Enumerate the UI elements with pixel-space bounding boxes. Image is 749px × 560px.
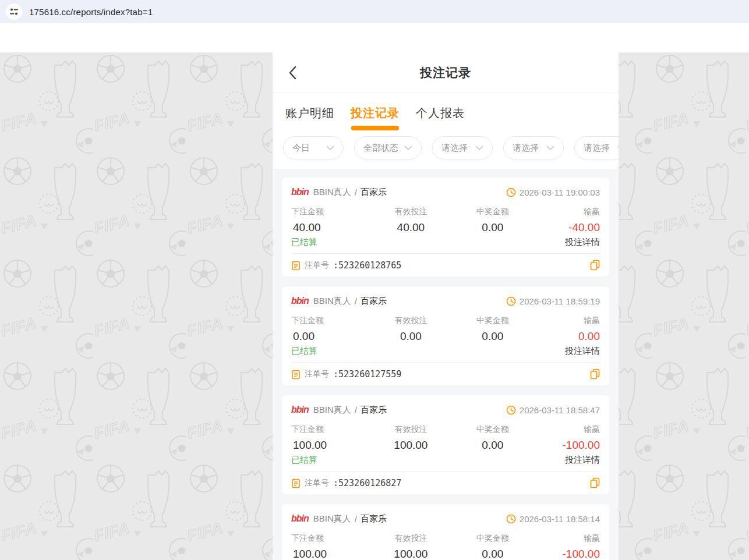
status-badge: 已结算 — [291, 455, 317, 466]
filter-value: 今日 — [292, 143, 310, 154]
copy-icon — [590, 260, 600, 271]
bet-time-text: 2026-03-11 19:00:03 — [520, 187, 600, 197]
bbin-logo-icon: bbin — [291, 513, 310, 524]
provider-name: BBIN真人 — [313, 296, 351, 307]
bet-detail-link[interactable]: 投注详情 — [565, 346, 600, 357]
bet-time-text: 2026-03-11 18:58:14 — [520, 514, 600, 524]
active-tab-underline — [351, 126, 399, 130]
valid-bet-value: 100.00 — [372, 439, 450, 452]
separator: / — [355, 296, 357, 306]
clock-icon — [506, 296, 516, 306]
valid-bet-label: 有效投注 — [372, 424, 450, 435]
separator: / — [355, 187, 357, 197]
bet-amount-value: 40.00 — [291, 221, 372, 234]
bet-amount-label: 下注金额 — [291, 533, 372, 544]
filter-select-4[interactable]: 请选择 — [574, 136, 619, 160]
bet-amount-label: 下注金额 — [291, 316, 372, 326]
game-info: bbin BBIN真人 / 百家乐 — [291, 405, 387, 416]
bet-record-card: bbin BBIN真人 / 百家乐 2026-03-11 18:58:47 下注… — [282, 395, 609, 494]
game-info: bbin BBIN真人 / 百家乐 — [291, 296, 387, 307]
site-settings-icon[interactable] — [6, 3, 22, 20]
chevron-down-icon — [617, 146, 619, 151]
prize-amount-label: 中奖金额 — [450, 207, 536, 217]
tab-label: 账户明细 — [285, 105, 334, 121]
prize-amount-value: 0.00 — [450, 548, 536, 560]
game-name: 百家乐 — [361, 187, 387, 198]
order-row: 注单号 :523260127559 — [291, 362, 600, 385]
bet-record-card: bbin BBIN真人 / 百家乐 2026-03-11 18:59:19 下注… — [282, 286, 609, 385]
prize-amount-value: 0.00 — [450, 221, 536, 234]
chevron-down-icon — [546, 146, 554, 151]
prize-amount-label: 中奖金额 — [450, 533, 536, 544]
reports-panel: 投注记录 账户明细 投注记录 个人报表 今日 全部状态 请选择 请选择 请选择 — [273, 52, 619, 560]
valid-bet-label: 有效投注 — [372, 316, 450, 326]
stat-values-row: 100.00 100.00 0.00 -100.00 — [291, 548, 600, 560]
bet-record-card: bbin BBIN真人 / 百家乐 2026-03-11 19:00:03 下注… — [282, 178, 609, 277]
status-row: 已结算 投注详情 — [291, 455, 600, 466]
back-button[interactable] — [288, 52, 297, 93]
bet-detail-link[interactable]: 投注详情 — [565, 455, 600, 466]
copy-order-button[interactable] — [590, 260, 600, 271]
chevron-down-icon — [326, 146, 334, 151]
clock-icon — [506, 514, 516, 524]
bet-record-card: bbin BBIN真人 / 百家乐 2026-03-11 18:58:14 下注… — [282, 504, 609, 560]
order-row: 注单号 :523260128765 — [291, 253, 600, 277]
provider-name: BBIN真人 — [313, 187, 351, 198]
winloss-label: 输赢 — [536, 207, 600, 217]
bet-record-list: bbin BBIN真人 / 百家乐 2026-03-11 19:00:03 下注… — [273, 169, 619, 560]
copy-order-button[interactable] — [590, 477, 600, 488]
tab-label: 个人报表 — [416, 105, 465, 121]
winloss-value: 0.00 — [536, 330, 600, 343]
clock-icon — [506, 405, 516, 415]
bet-detail-link[interactable]: 投注详情 — [565, 237, 600, 248]
order-clipboard-icon — [291, 478, 301, 488]
chevron-down-icon — [475, 146, 483, 151]
bet-amount-value: 100.00 — [291, 439, 372, 452]
order-row: 注单号 :523260126827 — [291, 471, 600, 494]
chevron-down-icon — [404, 146, 412, 151]
separator: / — [355, 514, 357, 524]
status-row: 已结算 投注详情 — [291, 237, 600, 248]
tab-0[interactable]: 账户明细 — [285, 93, 334, 133]
filter-value: 请选择 — [584, 143, 610, 154]
order-number-value: :523260127559 — [333, 369, 401, 380]
order-clipboard-icon — [291, 369, 301, 380]
valid-bet-value: 100.00 — [372, 548, 450, 560]
order-number-value: :523260128765 — [333, 260, 401, 271]
filter-select-1[interactable]: 全部状态 — [354, 136, 422, 160]
filter-select-0[interactable]: 今日 — [283, 136, 344, 160]
filter-select-2[interactable]: 请选择 — [432, 136, 493, 160]
filter-value: 请选择 — [513, 143, 539, 154]
bet-amount-label: 下注金额 — [291, 207, 372, 217]
provider-name: BBIN真人 — [313, 513, 351, 524]
filter-bar: 今日 全部状态 请选择 请选择 请选择 — [273, 133, 619, 169]
filter-value: 全部状态 — [363, 143, 398, 154]
bbin-logo-icon: bbin — [291, 187, 310, 197]
bbin-logo-icon: bbin — [291, 405, 310, 415]
page-title: 投注记录 — [420, 65, 471, 81]
card-header-row: bbin BBIN真人 / 百家乐 2026-03-11 19:00:03 — [291, 185, 600, 200]
game-name: 百家乐 — [361, 513, 387, 524]
tab-label: 投注记录 — [351, 105, 400, 121]
browser-address-bar: 175616.cc/reports/index?tab=1 — [0, 0, 749, 23]
winloss-value: -40.00 — [536, 221, 600, 234]
filter-select-3[interactable]: 请选择 — [503, 136, 564, 160]
order-number-label: 注单号 — [305, 260, 329, 271]
card-header-row: bbin BBIN真人 / 百家乐 2026-03-11 18:59:19 — [291, 293, 600, 309]
copy-order-button[interactable] — [590, 368, 600, 380]
status-badge: 已结算 — [291, 237, 317, 248]
tab-2[interactable]: 个人报表 — [416, 93, 465, 133]
valid-bet-value: 40.00 — [372, 221, 450, 234]
url-text[interactable]: 175616.cc/reports/index?tab=1 — [29, 7, 153, 17]
clock-icon — [506, 187, 516, 197]
bet-time: 2026-03-11 18:59:19 — [506, 296, 600, 306]
bet-amount-label: 下注金额 — [291, 424, 372, 435]
tab-1[interactable]: 投注记录 — [351, 93, 400, 133]
order-number-label: 注单号 — [305, 369, 329, 380]
separator: / — [355, 405, 357, 415]
stat-labels-row: 下注金额 有效投注 中奖金额 输赢 — [291, 533, 600, 544]
stat-labels-row: 下注金额 有效投注 中奖金额 输赢 — [291, 316, 600, 326]
winloss-value: -100.00 — [536, 548, 600, 560]
prize-amount-label: 中奖金额 — [450, 424, 536, 435]
copy-icon — [590, 477, 600, 488]
